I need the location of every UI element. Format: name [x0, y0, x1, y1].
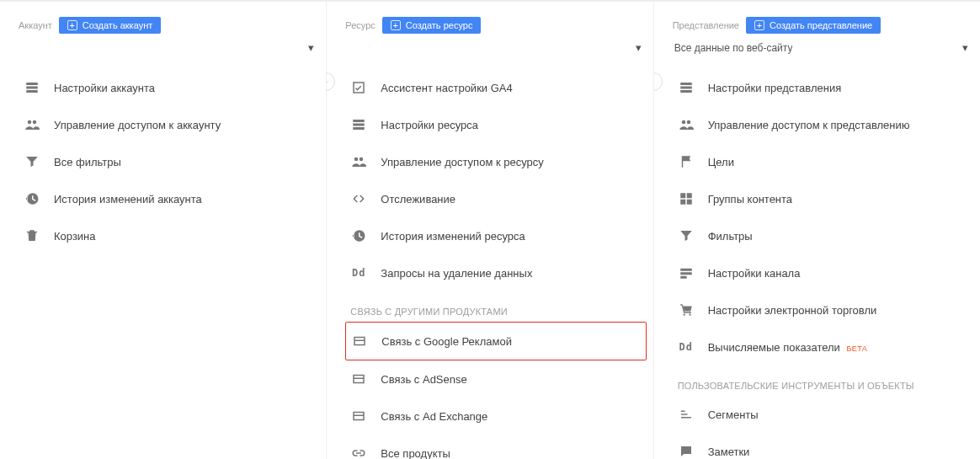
- create-view-label: Создать представление: [770, 20, 872, 30]
- segments-icon: [678, 406, 695, 423]
- item-label: Отслеживание: [381, 193, 455, 205]
- property-column-title: Ресурс: [345, 20, 375, 30]
- item-label: Корзина: [54, 230, 96, 243]
- all-filters-item[interactable]: Все фильтры: [19, 143, 319, 180]
- adexchange-link-item[interactable]: Связь с Ad Exchange: [345, 398, 646, 435]
- account-history-item[interactable]: История изменений аккаунта: [19, 180, 319, 217]
- item-label: Управление доступом к ресурсу: [381, 156, 543, 168]
- caret-down-icon: ▾: [308, 41, 314, 54]
- note-icon: [678, 443, 695, 459]
- create-view-button[interactable]: + Создать представление: [746, 17, 881, 34]
- property-settings-item[interactable]: Настройки ресурса: [345, 106, 646, 143]
- create-account-button[interactable]: + Создать аккаунт: [59, 17, 161, 34]
- item-label: Управление доступом к аккаунту: [54, 119, 221, 131]
- create-account-label: Создать аккаунт: [83, 20, 152, 30]
- item-label: Сегменты: [708, 408, 759, 421]
- users-icon: [678, 116, 695, 133]
- caret-down-icon: ▾: [636, 41, 642, 54]
- filter-icon: [678, 227, 695, 244]
- item-label: Цели: [708, 156, 734, 168]
- cart-icon: [678, 302, 695, 318]
- item-label: Запросы на удаление данных: [381, 267, 532, 280]
- trash-item[interactable]: Корзина: [19, 217, 319, 254]
- channel-icon: [678, 264, 695, 281]
- filters-item[interactable]: Фильтры: [673, 217, 973, 254]
- plus-icon: +: [754, 20, 764, 30]
- view-selector[interactable]: Все данные по веб-сайту ▾: [673, 39, 973, 62]
- users-icon: [350, 153, 367, 170]
- content-groups-item[interactable]: Группы контента: [673, 180, 973, 217]
- calculated-metrics-item[interactable]: Dd Вычисляемые показатели БЕТА: [673, 328, 973, 366]
- users-icon: [24, 116, 40, 133]
- annotations-item[interactable]: Заметки: [673, 433, 973, 459]
- personal-tools-section-title: ПОЛЬЗОВАТЕЛЬСКИЕ ИНСТРУМЕНТЫ И ОБЪЕКТЫ: [673, 366, 973, 396]
- ecommerce-settings-item[interactable]: Настройки электронной торговли: [673, 291, 973, 328]
- account-selector[interactable]: ▾: [19, 39, 319, 62]
- trash-icon: [24, 227, 40, 244]
- item-label: Ассистент настройки GA4: [381, 82, 512, 94]
- view-column: › Представление + Создать представление …: [654, 2, 980, 459]
- google-ads-link-item[interactable]: Связь с Google Рекламой: [345, 322, 646, 360]
- item-label: История изменений ресурса: [381, 230, 525, 243]
- link-icon: [350, 445, 367, 459]
- item-label: Настройки ресурса: [381, 119, 478, 131]
- plus-icon: +: [391, 20, 401, 30]
- item-label: Все продукты: [381, 447, 450, 460]
- item-label: Настройки канала: [708, 267, 801, 280]
- collapse-arrow-icon[interactable]: ›: [327, 72, 335, 91]
- calculated-metrics-label: Вычисляемые показатели: [708, 341, 840, 354]
- account-access-item[interactable]: Управление доступом к аккаунту: [19, 106, 319, 143]
- item-label: Группы контента: [708, 193, 792, 205]
- history-icon: [350, 227, 367, 244]
- view-settings-item[interactable]: Настройки представления: [673, 69, 973, 106]
- history-icon: [24, 190, 40, 207]
- code-icon: [350, 190, 367, 207]
- property-selector[interactable]: ▾: [345, 39, 646, 62]
- adsense-link-item[interactable]: Связь с AdSense: [345, 360, 646, 398]
- view-access-item[interactable]: Управление доступом к представлению: [673, 106, 973, 143]
- item-label: Управление доступом к представлению: [708, 119, 910, 131]
- all-products-item[interactable]: Все продукты: [345, 435, 646, 459]
- item-label: Связь с Ad Exchange: [381, 410, 487, 423]
- item-label: Вычисляемые показатели БЕТА: [708, 341, 868, 354]
- settings-card-icon: [678, 79, 695, 96]
- flag-icon: [678, 153, 695, 170]
- item-label: Связь с AdSense: [381, 373, 466, 386]
- caret-down-icon: ▾: [962, 41, 968, 54]
- property-history-item[interactable]: История изменений ресурса: [345, 217, 646, 254]
- plus-icon: +: [67, 20, 77, 30]
- item-label: Фильтры: [708, 230, 753, 243]
- ga4-assistant-item[interactable]: Ассистент настройки GA4: [345, 69, 646, 106]
- item-label: Связь с Google Рекламой: [381, 335, 512, 348]
- create-property-button[interactable]: + Создать ресурс: [382, 17, 482, 34]
- data-delete-requests-item[interactable]: Dd Запросы на удаление данных: [345, 254, 646, 291]
- dd-icon: Dd: [678, 339, 695, 355]
- create-property-label: Создать ресурс: [406, 20, 473, 30]
- tracking-item[interactable]: Отслеживание: [345, 180, 646, 217]
- account-settings-item[interactable]: Настройки аккаунта: [19, 69, 319, 106]
- collapse-arrow-icon[interactable]: ›: [654, 72, 663, 91]
- link-products-section-title: СВЯЗЬ С ДРУГИМИ ПРОДУКТАМИ: [345, 291, 646, 322]
- channel-settings-item[interactable]: Настройки канала: [673, 254, 973, 291]
- card-icon: [350, 371, 367, 387]
- account-column: Аккаунт + Создать аккаунт ▾ Настройки ак…: [0, 2, 327, 459]
- filter-icon: [24, 153, 40, 170]
- item-label: Настройки аккаунта: [54, 82, 155, 94]
- item-label: История изменений аккаунта: [54, 193, 202, 205]
- card-icon: [350, 408, 367, 424]
- view-selector-text: Все данные по веб-сайту: [674, 42, 793, 54]
- property-column: › Ресурс + Создать ресурс ▾ Ассистент на…: [327, 2, 653, 459]
- beta-badge: БЕТА: [847, 344, 868, 353]
- content-group-icon: [678, 190, 695, 207]
- item-label: Все фильтры: [54, 156, 121, 168]
- item-label: Настройки электронной торговли: [708, 304, 877, 317]
- property-access-item[interactable]: Управление доступом к ресурсу: [345, 143, 646, 180]
- item-label: Настройки представления: [708, 82, 842, 94]
- settings-card-icon: [24, 79, 40, 96]
- item-label: Заметки: [708, 446, 750, 458]
- goals-item[interactable]: Цели: [673, 143, 973, 180]
- check-square-icon: [350, 79, 367, 96]
- segments-item[interactable]: Сегменты: [673, 396, 973, 433]
- view-column-title: Представление: [673, 20, 739, 30]
- account-column-title: Аккаунт: [19, 20, 52, 30]
